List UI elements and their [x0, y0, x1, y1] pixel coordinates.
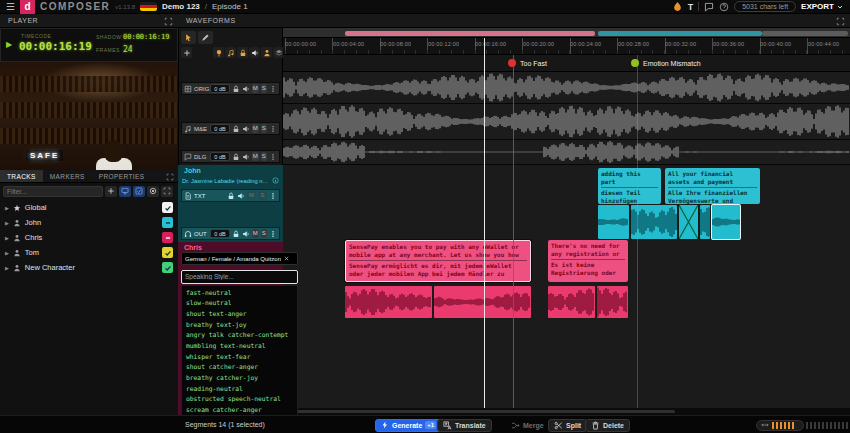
lock-icon[interactable]: [232, 153, 240, 161]
john-track-name[interactable]: John: [184, 167, 201, 174]
chris-segment-text[interactable]: There's no need for any registration or …: [548, 240, 628, 282]
marker-too-fast[interactable]: [508, 59, 516, 67]
record-toggle[interactable]: [147, 186, 159, 197]
add-icon-button[interactable]: [181, 47, 192, 58]
chevron-right-icon[interactable]: ▶: [5, 235, 9, 241]
mute-button[interactable]: M: [252, 229, 259, 238]
select-all-toggle[interactable]: [133, 186, 145, 197]
tab-properties[interactable]: PROPERTIES: [92, 170, 152, 182]
gain-field[interactable]: 0 dB: [210, 229, 230, 238]
track-row-tom[interactable]: ▶ Tom: [0, 245, 178, 260]
speaking-style-input[interactable]: [181, 270, 298, 284]
chris-audio-segment[interactable]: [597, 286, 628, 318]
add-track-button[interactable]: [105, 186, 117, 197]
tracks-expand-icon[interactable]: [166, 173, 174, 181]
track-row-new-character[interactable]: ▶ New Character: [0, 260, 178, 275]
style-option[interactable]: slow-neutral: [182, 298, 297, 309]
solo-button[interactable]: S: [261, 229, 268, 238]
style-option[interactable]: breathy catcher-joy: [182, 373, 297, 384]
pointer-tool-button[interactable]: [181, 31, 196, 44]
video-preview[interactable]: SAFE: [0, 62, 178, 170]
speaker-icon[interactable]: [242, 230, 250, 238]
speaker-icon[interactable]: [242, 153, 250, 161]
gain-field[interactable]: 0 dB: [210, 152, 230, 161]
timeline-ruler[interactable]: 00:00:00:00 00:00:04:00 00:00:08:00 00:0…: [283, 38, 850, 55]
pencil-tool-button[interactable]: [198, 31, 213, 44]
waveforms-settings-icon[interactable]: [836, 17, 845, 26]
chevron-right-icon[interactable]: ▶: [5, 205, 9, 211]
chris-audio-segment[interactable]: [548, 286, 595, 318]
mute-button[interactable]: M: [252, 152, 259, 161]
chris-audio-segment[interactable]: [345, 286, 432, 318]
john-segment-text[interactable]: All your financial assets and payment Al…: [665, 168, 760, 204]
hamburger-menu-icon[interactable]: ☰: [6, 1, 15, 12]
playhead[interactable]: [484, 38, 485, 408]
speaker-button[interactable]: [249, 47, 260, 58]
style-option[interactable]: shout text-anger: [182, 309, 297, 320]
overview-range[interactable]: [762, 31, 848, 36]
kebab-menu-icon[interactable]: [269, 153, 277, 161]
chris-track-name[interactable]: Chris: [184, 244, 202, 251]
episode-name[interactable]: Episode 1: [212, 2, 248, 11]
style-option[interactable]: shout catcher-anger: [182, 362, 297, 373]
lock-icon[interactable]: [232, 85, 240, 93]
overview-john-range[interactable]: [598, 31, 762, 36]
speaker-icon[interactable]: [242, 125, 250, 133]
character-button[interactable]: [261, 47, 272, 58]
zoom-control[interactable]: [756, 420, 804, 431]
john-audio-segment[interactable]: [700, 205, 710, 239]
voice-pill[interactable]: German / Female / Amanda Quitzon: [181, 252, 298, 265]
close-icon[interactable]: [283, 255, 290, 262]
track-row-john[interactable]: ▶ John: [0, 215, 178, 230]
lock-icon[interactable]: [232, 230, 240, 238]
flame-icon[interactable]: [672, 1, 683, 12]
kebab-menu-icon[interactable]: [269, 85, 277, 93]
monitor-toggle[interactable]: [119, 186, 131, 197]
tab-tracks[interactable]: TRACKS: [0, 170, 43, 182]
app-logo[interactable]: d: [20, 0, 35, 14]
speaker-icon[interactable]: [242, 85, 250, 93]
delete-button[interactable]: Delete: [585, 419, 630, 432]
track-checkbox[interactable]: [162, 202, 173, 213]
track-checkbox[interactable]: [162, 232, 173, 243]
john-audio-segment-selected[interactable]: [712, 205, 740, 239]
solo-button[interactable]: S: [261, 124, 268, 133]
generate-button[interactable]: Generate +1: [375, 419, 442, 432]
music-button[interactable]: [225, 47, 236, 58]
chevron-right-icon[interactable]: ▶: [5, 250, 9, 256]
chevron-right-icon[interactable]: ▶: [5, 265, 9, 271]
solo-button[interactable]: S: [261, 152, 268, 161]
merge-button[interactable]: Merge: [505, 419, 550, 432]
chris-audio-segment[interactable]: [434, 286, 531, 318]
german-flag-icon[interactable]: [140, 2, 157, 11]
kebab-menu-icon[interactable]: [269, 125, 277, 133]
style-option[interactable]: whisper text-fear: [182, 352, 297, 363]
player-expand-icon[interactable]: [164, 17, 173, 26]
track-row-chris[interactable]: ▶ Chris: [0, 230, 178, 245]
kebab-menu-icon[interactable]: [269, 192, 277, 200]
player-panel-tab[interactable]: PLAYER: [8, 17, 38, 24]
export-button[interactable]: EXPORT: [801, 2, 844, 11]
mute-button[interactable]: M: [252, 124, 259, 133]
solo-button[interactable]: S: [258, 191, 267, 200]
horizontal-scrollbar[interactable]: [283, 408, 850, 415]
timeline-overview[interactable]: [283, 28, 850, 38]
chevron-right-icon[interactable]: ▶: [5, 220, 9, 226]
style-option[interactable]: mumbling text-neutral: [182, 341, 297, 352]
john-voice-selector[interactable]: Dr. Jasmine Labadie (reading ne...: [182, 177, 279, 184]
filter-input[interactable]: [3, 186, 103, 197]
lock-icon[interactable]: [232, 125, 240, 133]
gain-field[interactable]: 0 dB: [210, 124, 230, 133]
solo-button[interactable]: S: [261, 84, 268, 93]
john-audio-segment[interactable]: [598, 205, 629, 239]
help-icon[interactable]: [719, 2, 729, 12]
track-row-global[interactable]: ▶ Global: [0, 200, 178, 215]
kebab-menu-icon[interactable]: [269, 230, 277, 238]
speaker-icon[interactable]: [237, 192, 245, 200]
track-checkbox[interactable]: [162, 247, 173, 258]
style-option[interactable]: fast-neutral: [182, 288, 297, 299]
style-option[interactable]: angry talk catcher-contempt: [182, 330, 297, 341]
style-option[interactable]: obstructed speech-neutral: [182, 394, 297, 405]
project-name[interactable]: Demo 123: [162, 2, 200, 11]
scrollbar-handle[interactable]: [285, 410, 675, 413]
